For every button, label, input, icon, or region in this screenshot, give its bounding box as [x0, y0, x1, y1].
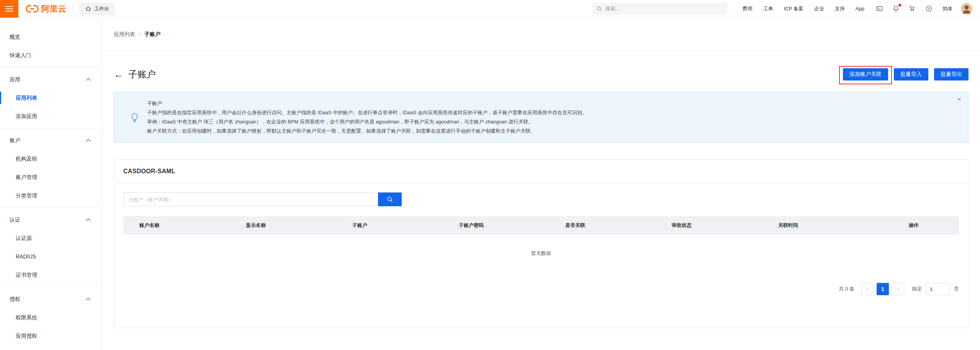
topbar-search[interactable]	[592, 3, 727, 15]
sidebar-group-authorization-label: 授权	[10, 290, 20, 308]
action-buttons: 添加账户关联 批量导入 批量导出	[837, 68, 969, 81]
notification-dot	[898, 4, 901, 7]
table-header-operation: 操作	[869, 222, 959, 229]
page-title-text: 子账户	[128, 68, 156, 81]
home-icon	[85, 5, 92, 12]
sidebar-item-cert-management[interactable]: 证书管理	[0, 266, 101, 284]
banner-line-3: 账户关联方式：在应用创建时，如果选择了账户映射，即默认主账户和子账户完全一致，无…	[147, 127, 587, 136]
table-header-is-associated: 是否关联	[549, 222, 656, 229]
pagination: 共 0 条 ‹ 1 › 跳至 页	[123, 283, 959, 295]
sidebar-group-account[interactable]: 账户	[0, 131, 101, 150]
table-header-row: 账户名称 显示名称 子账户 子账户密码 是否关联 审批状态 关联时间 操作	[123, 216, 959, 235]
breadcrumb-current: 子账户	[144, 31, 160, 38]
cart-icon[interactable]	[909, 5, 916, 12]
aliyun-logo-icon	[25, 4, 39, 14]
pagination-next-button[interactable]: ›	[892, 283, 904, 295]
workbench-button[interactable]: 工作台	[79, 3, 115, 15]
sidebar-item-app-list[interactable]: 应用列表	[0, 89, 101, 107]
topbar-nav-support[interactable]: 支持	[835, 5, 845, 12]
sidebar-item-account-management[interactable]: 账户管理	[0, 168, 101, 186]
card-body: 账户名称 显示名称 子账户 子账户密码 是否关联 审批状态 关联时间 操作 暂无…	[114, 183, 968, 303]
pagination-jump-label: 跳至	[912, 286, 922, 292]
pagination-jump-input[interactable]	[926, 283, 950, 295]
chevron-up-icon	[86, 297, 91, 302]
topbar-nav-icp-filing[interactable]: ICP 备案	[784, 5, 803, 12]
sidebar-group-authorization[interactable]: 授权	[0, 290, 101, 308]
banner-title: 子账户	[147, 99, 587, 108]
table-header-display-name: 显示名称	[230, 222, 336, 229]
sidebar-item-org-groups[interactable]: 机构及组	[0, 150, 101, 168]
sidebar-item-quickstart[interactable]: 快速入门	[0, 46, 101, 64]
sidebar-group-account-label: 账户	[10, 131, 20, 150]
search-button[interactable]	[378, 192, 402, 206]
search-icon	[596, 6, 602, 12]
divider	[0, 207, 101, 208]
banner-line-1: 子账户指的是在指定应用系统中，用户会以什么身份进行访问。主账户指的是 IDaaS…	[147, 108, 587, 117]
topbar-nav-billing[interactable]: 费用	[743, 5, 753, 12]
notification-bell-icon[interactable]	[892, 5, 900, 12]
chevron-up-icon	[86, 218, 91, 223]
table-header-sub-account-password: 子账户密码	[443, 222, 549, 229]
table-header-approval-status: 审批状态	[656, 222, 762, 229]
topbar-nav-app[interactable]: App	[856, 6, 864, 12]
chevron-up-icon	[86, 139, 91, 144]
sidebar-item-category-management[interactable]: 分类管理	[0, 186, 101, 205]
card-title: CASDOOR-SAML	[114, 160, 968, 183]
table-header-account-name: 账户名称	[123, 222, 230, 229]
table-header-association-time: 关联时间	[762, 222, 869, 229]
bulb-icon	[122, 99, 147, 136]
sidebar-group-authentication[interactable]: 认证	[0, 210, 101, 229]
add-account-association-button[interactable]: 添加账户关联	[843, 68, 888, 81]
aliyun-logo[interactable]: 阿里云	[25, 3, 67, 14]
divider	[0, 67, 101, 67]
hamburger-menu-button[interactable]	[0, 0, 18, 18]
sidebar-group-authentication-label: 认证	[10, 210, 20, 229]
console-icon[interactable]	[876, 5, 883, 12]
sidebar-item-auth-sources[interactable]: 认证源	[0, 229, 101, 247]
info-banner: 子账户 子账户指的是在指定应用系统中，用户会以什么身份进行访问。主账户指的是 I…	[114, 92, 969, 143]
svg-text:?: ?	[928, 7, 930, 11]
topbar-search-input[interactable]	[605, 6, 723, 12]
close-icon[interactable]: ×	[957, 95, 961, 103]
pagination-prev-button[interactable]: ‹	[861, 283, 874, 295]
table-header-sub-account: 子账户	[336, 222, 443, 229]
breadcrumb-separator: /	[139, 31, 141, 38]
batch-import-button[interactable]: 批量导入	[894, 68, 928, 81]
breadcrumb: 应用列表 / 子账户	[102, 18, 980, 51]
topbar: 阿里云 工作台 费用 工单 ICP 备案 企业 支持 App	[0, 0, 980, 18]
sidebar-item-add-app[interactable]: 添加应用	[0, 107, 101, 125]
topbar-nav-enterprise[interactable]: 企业	[814, 5, 824, 12]
account-search-input[interactable]	[123, 192, 378, 206]
topbar-nav-tickets[interactable]: 工单	[763, 5, 773, 12]
divider	[0, 287, 101, 287]
title-row: ← 子账户 添加账户关联 批量导入 批量导出	[114, 68, 969, 81]
breadcrumb-app-list[interactable]: 应用列表	[114, 31, 135, 38]
workbench-label: 工作台	[94, 5, 109, 12]
application-card: CASDOOR-SAML 账户名称 显示名称 子账户 子账户密码 是否关联 审批…	[114, 159, 969, 328]
sidebar-group-application[interactable]: 应用	[0, 70, 101, 89]
sidebar-item-radius[interactable]: RADIUS	[0, 247, 101, 266]
table-empty-state: 暂无数据	[123, 235, 959, 261]
main-content: 应用列表 / 子账户 ← 子账户 添加账户关联 批量导入 批量导出 子账户	[102, 18, 980, 350]
add-association-wrapper: 添加账户关联	[843, 68, 888, 81]
pagination-page-unit: 页	[954, 286, 959, 292]
sidebar-item-app-authorization[interactable]: 应用授权	[0, 327, 101, 345]
language-selector[interactable]: 简体	[942, 5, 952, 12]
banner-line-2: 举例：IDaaS 中有主账户 张三（用户名 zhangsan），在企业的 BPM…	[147, 117, 587, 127]
banner-text: 子账户 子账户指的是在指定应用系统中，用户会以什么身份进行访问。主账户指的是 I…	[147, 99, 587, 136]
divider	[0, 128, 101, 128]
sidebar: 概览 快速入门 应用 应用列表 添加应用 账户 机构及组 账户管理 分类管理 认…	[0, 18, 102, 350]
sidebar-item-permission-system[interactable]: 权限系统	[0, 308, 101, 327]
topbar-nav: 费用 工单 ICP 备案 企业 支持 App	[737, 5, 870, 12]
help-icon[interactable]: ?	[925, 5, 933, 12]
user-avatar[interactable]	[961, 3, 972, 15]
page-title: ← 子账户	[114, 68, 156, 81]
back-arrow-icon[interactable]: ←	[114, 70, 123, 79]
pagination-page-1[interactable]: 1	[877, 283, 889, 295]
sidebar-item-overview[interactable]: 概览	[0, 28, 101, 46]
pagination-total: 共 0 条	[839, 286, 854, 292]
batch-export-button[interactable]: 批量导出	[934, 68, 969, 81]
account-search	[123, 192, 959, 206]
sidebar-group-application-label: 应用	[10, 70, 20, 89]
aliyun-logo-text: 阿里云	[41, 3, 67, 14]
